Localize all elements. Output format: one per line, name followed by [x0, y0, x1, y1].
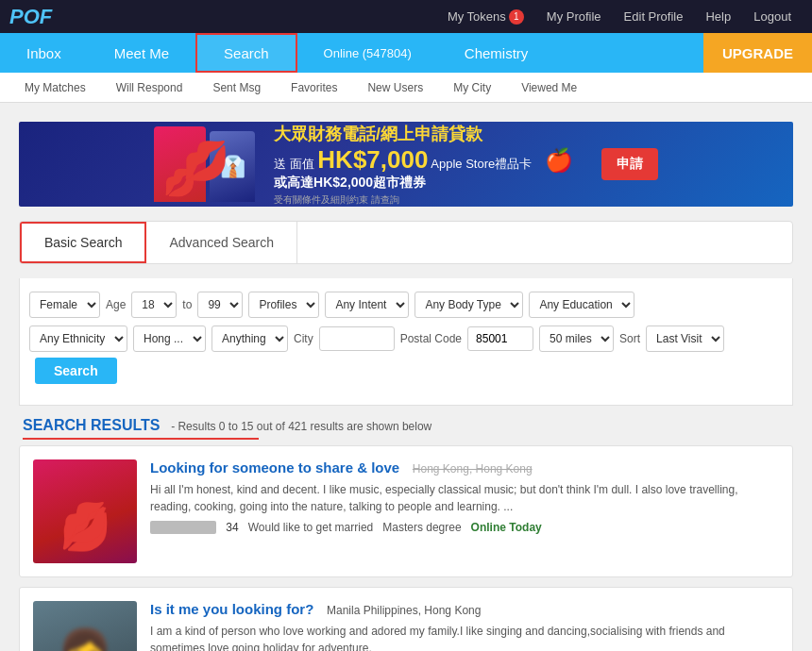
- ad-headline: 大眾財務電話/網上申請貸款: [274, 123, 583, 145]
- logout-link[interactable]: Logout: [742, 0, 803, 33]
- result-card-2: 👩 Is it me you looking for? Manila Phili…: [19, 587, 793, 651]
- result-title-row-1: Looking for someone to share & love Hong…: [150, 459, 779, 476]
- main-navigation: Inbox Meet Me Search Online (547804) Che…: [0, 33, 812, 73]
- profiles-filter[interactable]: Profiles: [248, 292, 319, 318]
- result-location-2: Manila Philippines, Hong Kong: [327, 604, 481, 617]
- my-tokens-link[interactable]: My Tokens 1: [436, 0, 535, 33]
- result-title-link-2[interactable]: Is it me you looking for?: [150, 601, 313, 617]
- results-title: SEARCH RESULTS: [23, 417, 161, 433]
- advanced-search-tab[interactable]: Advanced Search: [146, 222, 297, 263]
- favorites-link[interactable]: Favorites: [276, 73, 352, 103]
- result-location-1: Hong Kong, Hong Kong: [413, 462, 533, 476]
- ad-figures: 💋 👔: [154, 126, 255, 202]
- profile-pic-1: 💋: [33, 459, 137, 563]
- results-subtitle: - Results 0 to 15 out of 421 results are…: [171, 420, 431, 433]
- intent-filter[interactable]: Any Intent: [325, 292, 409, 318]
- result-education-1: Masters degree: [382, 521, 461, 534]
- my-city-link[interactable]: My City: [438, 73, 506, 103]
- result-bio-1: Hi all I'm honest, kind and decent. I li…: [150, 481, 779, 515]
- search-button[interactable]: Search: [35, 358, 117, 384]
- city-input[interactable]: [319, 326, 395, 351]
- search-nav-item[interactable]: Search: [195, 33, 297, 73]
- username-blurred-1: ████████: [150, 521, 216, 534]
- result-bio-2: I am a kind of person who love working a…: [150, 623, 779, 651]
- ad-suffix: Apple Store禮品卡: [431, 157, 532, 171]
- sort-label: Sort: [619, 332, 640, 345]
- ad-prefix: 送 面值: [274, 157, 314, 171]
- sent-msg-link[interactable]: Sent Msg: [197, 73, 276, 103]
- postalcode-label: Postal Code: [400, 332, 462, 345]
- city-label: City: [294, 332, 313, 345]
- upgrade-nav-item[interactable]: UPGRADE: [703, 33, 812, 73]
- result-title-row-2: Is it me you looking for? Manila Philipp…: [150, 601, 779, 617]
- meetme-nav-item[interactable]: Meet Me: [88, 33, 195, 73]
- viewed-me-link[interactable]: Viewed Me: [506, 73, 592, 103]
- location-filter[interactable]: Hong ...: [133, 326, 206, 352]
- result-age-1: 34: [226, 521, 238, 534]
- bodytype-filter[interactable]: Any Body Type: [414, 292, 523, 318]
- inbox-nav-item[interactable]: Inbox: [0, 33, 88, 73]
- ad-banner: 💋 👔 大眾財務電話/網上申請貸款 送 面值 HK$7,000 Apple St…: [19, 122, 793, 207]
- ad-amount: HK$7,000: [317, 145, 428, 174]
- ad-amount-line: 送 面值 HK$7,000 Apple Store禮品卡 🍎: [274, 145, 583, 175]
- ad-apply-button[interactable]: 申請: [601, 148, 658, 180]
- ad-note: 受有關條件及細則約束 請查詢: [274, 193, 583, 207]
- age-label: Age: [106, 298, 126, 311]
- chemistry-nav-item[interactable]: Chemistry: [438, 33, 555, 73]
- gender-filter[interactable]: Female: [29, 292, 100, 318]
- logo: POF: [9, 5, 52, 29]
- edit-profile-link[interactable]: Edit Profile: [613, 0, 695, 33]
- filter-row-2: Any Ethnicity Hong ... Anything City Pos…: [29, 326, 783, 384]
- search-results-header: SEARCH RESULTS - Results 0 to 15 out of …: [19, 417, 793, 440]
- results-underline: [23, 438, 259, 440]
- apple-logo-icon: 🍎: [545, 147, 573, 173]
- distance-filter[interactable]: 50 miles: [539, 326, 614, 352]
- sort-filter[interactable]: Last Visit: [646, 326, 724, 352]
- filter-row-1: Female Age 18 to 99 Profiles Any Intent …: [29, 292, 783, 318]
- postalcode-input[interactable]: [467, 326, 533, 351]
- education-filter[interactable]: Any Education: [529, 292, 634, 318]
- basic-search-tab[interactable]: Basic Search: [20, 222, 146, 263]
- top-nav-links: My Tokens 1 My Profile Edit Profile Help…: [436, 0, 803, 33]
- ethnicity-filter[interactable]: Any Ethnicity: [29, 326, 127, 352]
- my-profile-link[interactable]: My Profile: [535, 0, 613, 33]
- ad-text: 大眾財務電話/網上申請貸款 送 面值 HK$7,000 Apple Store禮…: [274, 123, 583, 207]
- age-from-filter[interactable]: 18: [131, 292, 177, 318]
- will-respond-link[interactable]: Will Respond: [101, 73, 198, 103]
- search-tabs-container: Basic Search Advanced Search: [19, 221, 793, 264]
- my-matches-link[interactable]: My Matches: [9, 73, 101, 103]
- result-intent-1: Would like to get married: [248, 521, 374, 534]
- help-link[interactable]: Help: [694, 0, 742, 33]
- result-online-status-1: Online Today: [471, 521, 542, 534]
- search-filters: Female Age 18 to 99 Profiles Any Intent …: [19, 278, 793, 406]
- result-title-link-1[interactable]: Looking for someone to share & love: [150, 459, 399, 476]
- result-content-2: Is it me you looking for? Manila Philipp…: [150, 601, 779, 651]
- new-users-link[interactable]: New Users: [352, 73, 438, 103]
- ad-subline: 或高達HK$2,000超市禮券: [274, 175, 583, 192]
- ad-figure-1: 💋: [154, 126, 206, 202]
- relationship-filter[interactable]: Anything: [211, 326, 288, 352]
- result-content-1: Looking for someone to share & love Hong…: [150, 459, 779, 563]
- token-count-badge: 1: [509, 9, 524, 25]
- result-card-1: 💋 Looking for someone to share & love Ho…: [19, 445, 793, 577]
- profile-pic-2: 👩: [33, 601, 137, 651]
- result-meta-1: ████████ 34 Would like to get married Ma…: [150, 521, 779, 534]
- age-to-label: to: [182, 298, 192, 311]
- content-area: 💋 👔 大眾財務電話/網上申請貸款 送 面值 HK$7,000 Apple St…: [0, 103, 812, 651]
- online-nav-item[interactable]: Online (547804): [297, 33, 438, 73]
- top-navigation: POF My Tokens 1 My Profile Edit Profile …: [0, 0, 812, 33]
- sub-navigation: My Matches Will Respond Sent Msg Favorit…: [0, 73, 812, 103]
- age-to-filter[interactable]: 99: [197, 292, 243, 318]
